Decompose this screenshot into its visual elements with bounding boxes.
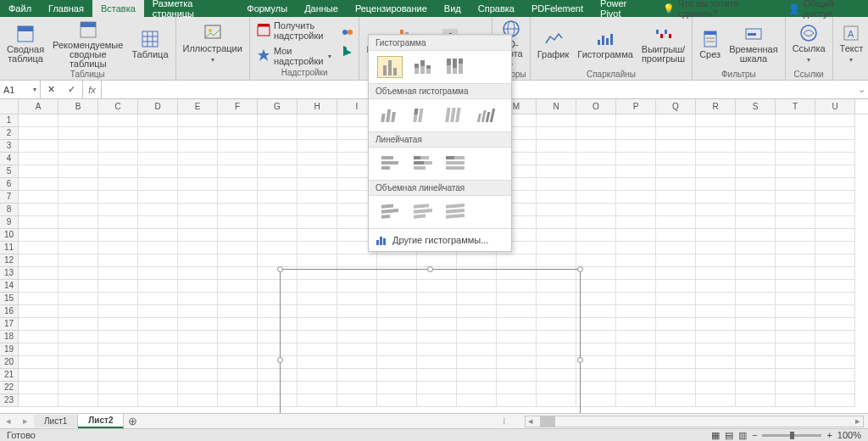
cell[interactable] [178,229,218,242]
cell[interactable] [776,216,815,229]
cell[interactable] [138,305,178,318]
cell[interactable] [815,140,855,153]
text-button[interactable]: AТекст▾ [837,19,867,70]
cell[interactable] [616,254,656,267]
cell[interactable] [776,127,815,140]
zoom-in-button[interactable]: + [826,430,832,440]
row-header[interactable]: 20 [0,356,19,369]
cell[interactable] [656,394,696,407]
cell[interactable] [656,165,696,178]
view-layout-icon[interactable]: ▤ [725,430,733,441]
tab-file[interactable]: Файл [0,0,40,17]
cell[interactable] [696,293,736,305]
cell[interactable] [19,267,58,280]
cell[interactable] [576,114,616,127]
cell[interactable] [815,356,855,369]
cell[interactable] [656,331,696,343]
cell[interactable] [736,394,776,407]
cell[interactable] [815,127,855,140]
cell[interactable] [218,394,258,407]
cell[interactable] [298,153,337,165]
cell[interactable] [98,254,138,267]
cell[interactable] [138,331,178,343]
3d-stacked-column-option[interactable] [409,104,435,126]
cell[interactable] [218,267,258,280]
cell[interactable] [58,280,98,293]
cell[interactable] [258,229,298,242]
cell[interactable] [616,127,656,140]
cell[interactable] [58,127,98,140]
cell[interactable] [696,343,736,356]
row-header[interactable]: 5 [0,165,19,178]
cell[interactable] [218,153,258,165]
cell[interactable] [696,127,736,140]
cell[interactable] [776,394,815,407]
cell[interactable] [696,140,736,153]
row-header[interactable]: 2 [0,127,19,140]
cell[interactable] [218,229,258,242]
row-header[interactable]: 13 [0,267,19,280]
cell[interactable] [258,153,298,165]
cell[interactable] [19,127,58,140]
col-header[interactable]: S [736,99,776,114]
clustered-bar-option[interactable] [377,153,403,175]
col-header[interactable]: O [576,99,616,114]
cell[interactable] [776,254,815,267]
cell[interactable] [815,178,855,191]
tab-formulas[interactable]: Формулы [238,0,296,17]
cell[interactable] [19,114,58,127]
3d-stacked100-bar-option[interactable] [442,201,467,223]
cell[interactable] [19,165,58,178]
cell[interactable] [776,114,815,127]
cell[interactable] [138,382,178,394]
cell[interactable] [656,293,696,305]
clustered-column-option[interactable] [377,56,403,78]
cell[interactable] [616,165,656,178]
cell[interactable] [616,267,656,280]
cell[interactable] [298,140,337,153]
cell[interactable] [537,254,576,267]
cell[interactable] [178,178,218,191]
cell[interactable] [736,165,776,178]
cell[interactable] [696,254,736,267]
cell[interactable] [138,127,178,140]
cell[interactable] [98,229,138,242]
cell[interactable] [776,267,815,280]
cell[interactable] [98,204,138,216]
row-header[interactable]: 3 [0,140,19,153]
sheet-tab-2[interactable]: Лист2 [78,414,124,428]
col-header[interactable]: T [776,99,815,114]
cell[interactable] [616,318,656,331]
cell[interactable] [815,204,855,216]
cell[interactable] [58,343,98,356]
cell[interactable] [98,280,138,293]
cell[interactable] [656,216,696,229]
cell[interactable] [178,382,218,394]
cell[interactable] [218,305,258,318]
cell[interactable] [656,140,696,153]
cell[interactable] [776,356,815,369]
sheet-tab-1[interactable]: Лист1 [34,415,78,427]
cell[interactable] [58,394,98,407]
cell[interactable] [19,178,58,191]
cell[interactable] [776,318,815,331]
cell[interactable] [138,153,178,165]
cell[interactable] [377,254,417,267]
col-header[interactable]: Q [656,99,696,114]
tell-me[interactable]: 💡Что вы хотите сделать? [654,0,780,17]
cell[interactable] [19,394,58,407]
cell[interactable] [776,165,815,178]
cell[interactable] [616,305,656,318]
cell[interactable] [258,165,298,178]
zoom-slider[interactable] [762,434,821,437]
cell[interactable] [815,382,855,394]
cell[interactable] [776,242,815,254]
cell[interactable] [138,140,178,153]
cell[interactable] [656,127,696,140]
cell[interactable] [656,369,696,382]
cell[interactable] [776,293,815,305]
cell[interactable] [736,178,776,191]
cell[interactable] [576,280,616,293]
cell[interactable] [19,369,58,382]
cell[interactable] [58,140,98,153]
